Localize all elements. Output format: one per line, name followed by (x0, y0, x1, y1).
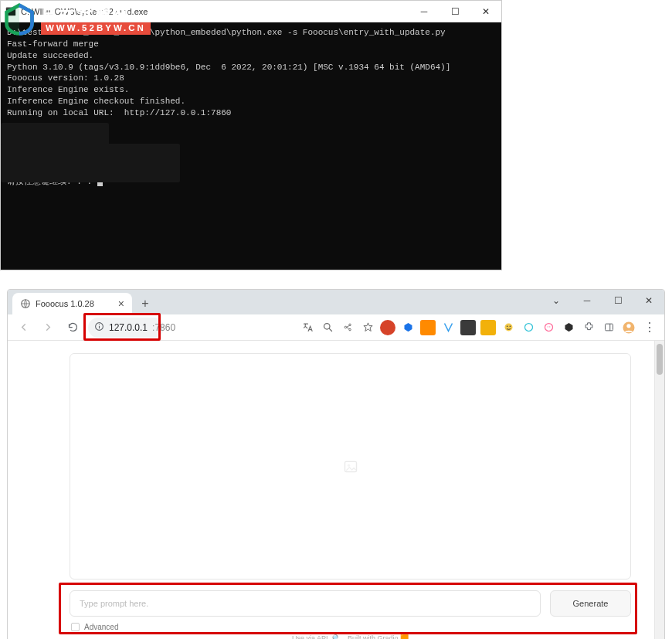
extension-icon[interactable] (521, 320, 536, 335)
extension-icon[interactable] (480, 320, 496, 335)
back-button[interactable] (12, 317, 34, 338)
sidepanel-icon[interactable] (601, 320, 616, 335)
terminal-body[interactable]: D:\test\Fooocus_win64_1-1-10\python_embe… (1, 22, 501, 270)
share-icon[interactable] (340, 320, 355, 335)
browser-tab[interactable]: Fooocus 1.0.28 × (12, 293, 132, 314)
svg-point-19 (347, 464, 349, 466)
terminal-minimize-button[interactable]: ─ (409, 1, 440, 22)
new-tab-button[interactable]: + (135, 294, 155, 314)
scrollbar[interactable] (654, 341, 664, 639)
svg-point-4 (99, 324, 100, 325)
extensions-tray (300, 320, 636, 335)
chevron-down-icon[interactable]: ⌄ (541, 290, 572, 311)
prompt-input[interactable] (70, 590, 541, 617)
svg-rect-1 (6, 7, 15, 9)
svg-point-8 (506, 325, 507, 327)
terminal-window: 百云资源网 WWW.52BYW.CN C:\WINDOWS\system32\c… (0, 0, 502, 270)
translate-icon[interactable] (300, 320, 315, 335)
star-icon[interactable] (360, 320, 375, 335)
extension-icon[interactable] (561, 320, 576, 335)
terminal-maximize-button[interactable]: ☐ (440, 1, 470, 22)
scrollbar-thumb[interactable] (657, 344, 663, 375)
extension-icon[interactable] (420, 320, 436, 335)
svg-point-10 (524, 324, 532, 331)
forward-button[interactable] (37, 317, 59, 338)
svg-rect-14 (605, 324, 613, 331)
tab-close-icon[interactable]: × (117, 297, 126, 310)
reload-button[interactable] (62, 317, 83, 338)
browser-minimize-button[interactable]: ─ (572, 290, 602, 311)
gradio-footer: Use via API 🔎 Built with Gradio 🟧 (70, 634, 631, 639)
terminal-close-button[interactable]: ✕ (470, 1, 501, 22)
terminal-titlebar[interactable]: C:\WINDOWS\system32\cmd.exe ─ ☐ ✕ (1, 1, 501, 22)
svg-point-11 (545, 324, 552, 331)
svg-point-12 (547, 326, 548, 327)
extension-icon[interactable] (400, 320, 416, 335)
cmd-icon (5, 6, 16, 17)
browser-window: Fooocus 1.0.28 × + ⌄ ─ ☐ ✕ 127.0.0.1:786… (7, 289, 665, 639)
generate-button[interactable]: Generate (550, 590, 631, 617)
extension-icon[interactable] (501, 320, 516, 335)
extension-icon[interactable] (460, 320, 476, 335)
svg-point-7 (504, 324, 512, 331)
address-host: 127.0.0.1 (109, 322, 148, 333)
footer-api-link[interactable]: Use via API 🔎 (292, 634, 338, 639)
extensions-button[interactable] (581, 320, 596, 335)
menu-button[interactable]: ⋮ (640, 318, 660, 338)
svg-point-9 (509, 325, 511, 327)
browser-close-button[interactable]: ✕ (633, 290, 664, 311)
extension-icon[interactable] (380, 320, 395, 335)
svg-point-13 (549, 326, 550, 327)
tab-title: Fooocus 1.0.28 (36, 299, 112, 308)
globe-icon (20, 298, 31, 309)
svg-point-6 (324, 324, 330, 330)
svg-point-17 (626, 324, 630, 328)
address-port: :7860 (152, 322, 175, 333)
terminal-title: C:\WINDOWS\system32\cmd.exe (21, 7, 148, 16)
extension-icon[interactable] (541, 320, 556, 335)
footer-gradio-link[interactable]: Built with Gradio 🟧 (348, 634, 409, 639)
extension-icon[interactable] (440, 320, 456, 335)
browser-toolbar: 127.0.0.1:7860 ⋮ (8, 314, 664, 341)
image-placeholder-icon (343, 459, 358, 474)
address-bar[interactable]: 127.0.0.1:7860 (88, 318, 164, 338)
info-icon (94, 321, 104, 334)
advanced-label: Advanced (84, 623, 118, 631)
browser-tab-strip: Fooocus 1.0.28 × + ⌄ ─ ☐ ✕ (8, 290, 664, 314)
output-image-area[interactable] (70, 353, 631, 580)
profile-avatar-icon[interactable] (621, 320, 636, 335)
browser-viewport: Generate Advanced Use via API 🔎 Built wi… (8, 341, 664, 639)
advanced-checkbox[interactable] (71, 623, 80, 631)
zoom-icon[interactable] (320, 320, 335, 335)
svg-rect-5 (99, 325, 100, 328)
redaction-block (1, 144, 180, 182)
browser-maximize-button[interactable]: ☐ (602, 290, 633, 311)
advanced-toggle[interactable]: Advanced (70, 623, 631, 631)
